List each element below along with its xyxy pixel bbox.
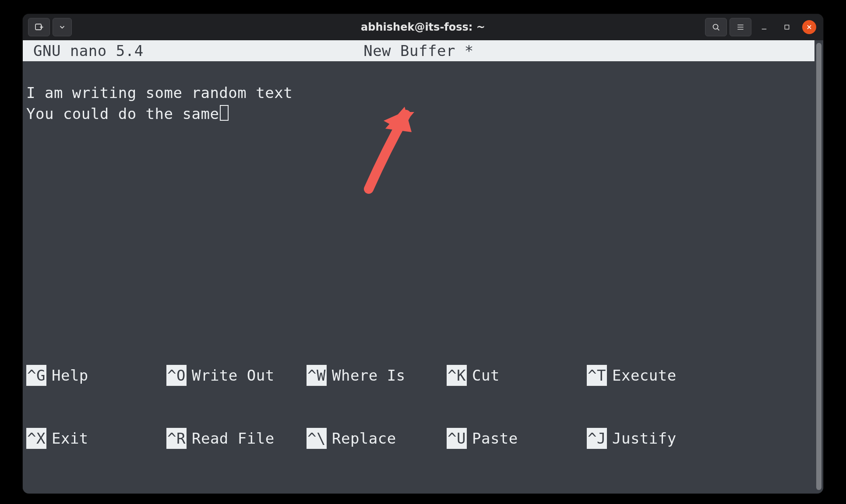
svg-point-3 [713,24,718,29]
new-tab-button[interactable] [28,18,50,36]
shortcut-key: ^X [26,428,46,449]
terminal-window: abhishek@its-foss: ~ [23,14,823,494]
shortcut-key: ^U [447,428,467,449]
text-cursor [220,105,229,121]
shortcut-key: ^O [166,365,187,386]
nano-title-bar: GNU nano 5.4 New Buffer * [23,40,814,61]
tab-menu-button[interactable] [53,18,72,36]
shortcut-key: ^J [587,428,607,449]
shortcut-key: ^R [166,428,187,449]
shortcut-key: ^\ [307,428,327,449]
close-button[interactable] [802,20,816,34]
shortcut-label: Replace [332,428,396,449]
nano-line: You could do the same [26,105,219,122]
shortcut-label: Where Is [332,365,405,386]
nano-shortcut-bar: ^GHelp ^OWrite Out ^WWhere Is ^KCut ^TEx… [23,323,814,494]
shortcut-label: Help [52,365,88,386]
shortcut-label: Cut [472,365,500,386]
shortcut-label: Exit [52,428,88,449]
terminal-area[interactable]: GNU nano 5.4 New Buffer * I am writing s… [23,40,823,494]
hamburger-menu-button[interactable] [730,18,751,36]
svg-line-4 [717,28,719,30]
shortcut-key: ^T [587,365,607,386]
shortcut-key: ^K [447,365,467,386]
nano-line: I am writing some random text [26,84,293,102]
scrollbar[interactable] [816,43,821,490]
window-titlebar: abhishek@its-foss: ~ [23,14,823,40]
search-button[interactable] [705,18,727,36]
shortcut-label: Write Out [192,365,275,386]
shortcut-label: Paste [472,428,518,449]
nano-editor-content[interactable]: I am writing some random text You could … [23,61,814,145]
nano-buffer-name: New Buffer * [23,40,814,61]
maximize-button[interactable] [777,18,797,36]
shortcut-label: Justify [612,428,677,449]
window-title: abhishek@its-foss: ~ [23,21,823,33]
shortcut-label: Read File [192,428,275,449]
shortcut-key: ^W [307,365,327,386]
minimize-button[interactable] [754,18,774,36]
shortcut-key: ^G [26,365,46,386]
svg-rect-9 [785,25,789,29]
shortcut-label: Execute [612,365,677,386]
